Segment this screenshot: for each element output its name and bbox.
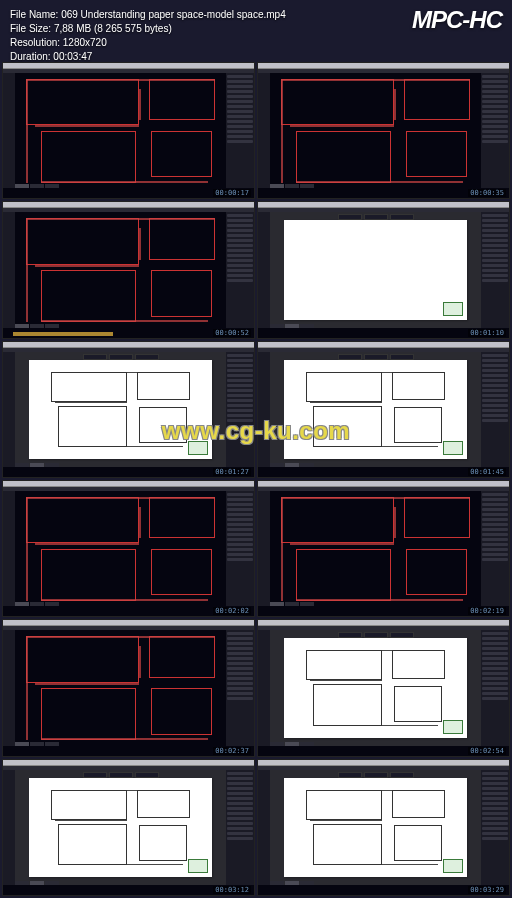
thumbnail-frame[interactable]: 00:00:17 <box>2 62 255 199</box>
cad-left-panel <box>3 73 15 188</box>
cad-right-panel <box>481 212 509 327</box>
frame-timestamp: 00:00:17 <box>213 189 251 197</box>
layout-tabs <box>15 742 59 746</box>
cad-left-panel <box>258 630 270 745</box>
frame-timestamp: 00:00:52 <box>213 329 251 337</box>
thumbnail-grid: 00:00:17 00:00:35 <box>0 60 512 898</box>
thumbnail-frame[interactable]: 00:02:19 <box>257 480 510 617</box>
cad-right-panel <box>226 630 254 745</box>
cad-left-panel <box>258 491 270 606</box>
layout-tabs <box>270 463 314 467</box>
frame-timestamp: 00:02:19 <box>468 607 506 615</box>
frame-timestamp: 00:02:02 <box>213 607 251 615</box>
thumbnail-frame[interactable]: 00:02:37 <box>2 619 255 756</box>
thumbnail-frame[interactable]: 00:01:10 <box>257 201 510 338</box>
cad-right-panel <box>481 73 509 188</box>
layout-tabs <box>15 881 59 885</box>
cad-right-panel <box>481 352 509 467</box>
cad-left-panel <box>258 352 270 467</box>
frame-timestamp: 00:01:45 <box>468 468 506 476</box>
layout-tabs <box>270 881 314 885</box>
frame-timestamp: 00:02:37 <box>213 747 251 755</box>
cad-left-panel <box>3 491 15 606</box>
cad-right-panel <box>226 491 254 606</box>
thumbnail-frame[interactable]: 00:00:52 <box>2 201 255 338</box>
filename-label: File Name: <box>10 9 58 20</box>
cad-right-panel <box>481 630 509 745</box>
cad-left-panel <box>3 630 15 745</box>
thumbnail-frame[interactable]: 00:03:12 <box>2 759 255 896</box>
cad-right-panel <box>226 770 254 885</box>
thumbnail-frame[interactable]: 00:02:54 <box>257 619 510 756</box>
layout-tabs <box>270 742 314 746</box>
layout-tabs <box>15 602 59 606</box>
resolution-value: 1280x720 <box>63 37 107 48</box>
thumbnail-frame[interactable]: 00:01:45 <box>257 341 510 478</box>
layout-tabs <box>15 184 59 188</box>
cad-left-panel <box>258 770 270 885</box>
duration-value: 00:03:47 <box>53 51 92 62</box>
frame-timestamp: 00:01:27 <box>213 468 251 476</box>
cad-left-panel <box>3 352 15 467</box>
cad-left-panel <box>3 770 15 885</box>
cad-right-panel <box>226 212 254 327</box>
cad-right-panel <box>226 73 254 188</box>
cad-right-panel <box>481 491 509 606</box>
layout-tabs <box>270 184 314 188</box>
thumbnail-frame[interactable]: 00:03:29 <box>257 759 510 896</box>
filesize-value: 7,88 MB (8 265 575 bytes) <box>54 23 172 34</box>
frame-timestamp: 00:00:35 <box>468 189 506 197</box>
filesize-label: File Size: <box>10 23 51 34</box>
frame-timestamp: 00:01:10 <box>468 329 506 337</box>
layout-tabs <box>15 463 59 467</box>
filename-value: 069 Understanding paper space-model spac… <box>61 9 286 20</box>
resolution-label: Resolution: <box>10 37 60 48</box>
thumbnail-frame[interactable]: 00:01:27 <box>2 341 255 478</box>
frame-timestamp: 00:03:12 <box>213 886 251 894</box>
watermark-text: www.cg-ku.com <box>162 417 350 445</box>
cad-left-panel <box>258 73 270 188</box>
layout-tabs <box>270 324 314 328</box>
cad-left-panel <box>258 212 270 327</box>
cad-right-panel <box>226 352 254 467</box>
app-logo: MPC-HC <box>412 6 502 34</box>
cad-left-panel <box>3 212 15 327</box>
thumbnail-frame[interactable]: 00:02:02 <box>2 480 255 617</box>
frame-timestamp: 00:03:29 <box>468 886 506 894</box>
thumbnail-frame[interactable]: 00:00:35 <box>257 62 510 199</box>
frame-timestamp: 00:02:54 <box>468 747 506 755</box>
layout-tabs <box>270 602 314 606</box>
layout-tabs <box>15 324 59 328</box>
cad-right-panel <box>481 770 509 885</box>
command-highlight <box>13 332 113 336</box>
duration-label: Duration: <box>10 51 51 62</box>
